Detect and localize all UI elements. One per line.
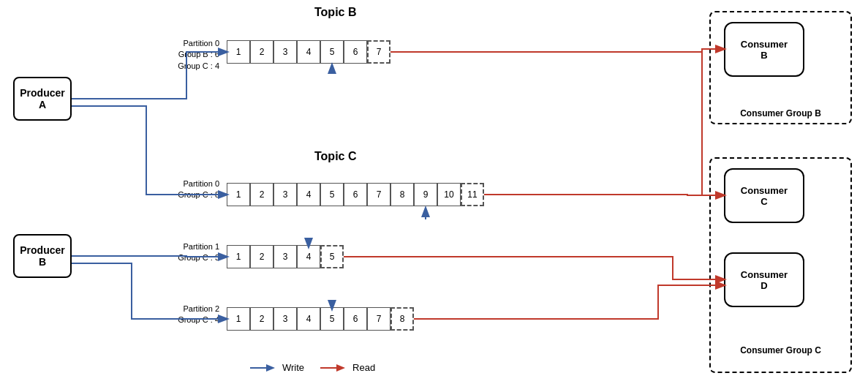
cell-last: 8 [390, 307, 414, 331]
read-arrow-c-p2-to-consumer-d [414, 285, 724, 319]
cell: 4 [297, 245, 320, 268]
cell: 7 [367, 307, 390, 331]
cell: 1 [227, 307, 250, 331]
consumer-c-label: Consumer C [741, 185, 788, 207]
topic-c-p1-label: Partition 1Group C : 3 [146, 241, 219, 264]
cell: 1 [227, 245, 250, 268]
cell: 6 [344, 307, 367, 331]
cell: 4 [297, 307, 320, 331]
cell: 2 [250, 183, 273, 206]
cell: 8 [390, 183, 414, 206]
consumer-group-b-label: Consumer Group B [717, 108, 845, 118]
cell: 2 [250, 245, 273, 268]
cell: 4 [297, 183, 320, 206]
write-legend: Write [249, 362, 304, 373]
cell-last: 5 [320, 245, 344, 268]
cell: 3 [273, 183, 297, 206]
cell: 5 [320, 40, 344, 64]
producer-b-label: Producer B [20, 244, 64, 268]
consumer-group-c-label: Consumer Group C [717, 345, 845, 355]
topic-c-label: Topic C [314, 150, 356, 163]
read-arrow-b-p0-to-consumer-b [390, 49, 724, 52]
cell: 2 [250, 40, 273, 64]
cell: 3 [273, 40, 297, 64]
topic-b-p0-cells: 1 2 3 4 5 6 7 [227, 40, 390, 64]
consumer-b-label: Consumer B [741, 39, 788, 61]
topic-c-p2-cells: 1 2 3 4 5 6 7 8 [227, 307, 414, 331]
cell: 1 [227, 40, 250, 64]
read-arrow-c-p0-to-consumer-c [484, 195, 724, 195]
producer-b: Producer B [13, 234, 72, 278]
consumer-d-label: Consumer D [741, 269, 788, 291]
cell: 3 [273, 307, 297, 331]
read-arrow-c-p1-to-consumer-d [344, 257, 724, 279]
cell: 2 [250, 307, 273, 331]
read-label: Read [352, 362, 375, 373]
topic-c-p1-cells: 1 2 3 4 5 [227, 245, 344, 268]
topic-b-p0-label: Partition 0Group B : 6Group C : 4 [124, 38, 219, 72]
cell-last: 11 [461, 183, 484, 206]
consumer-b: Consumer B [724, 22, 804, 77]
cell: 4 [297, 40, 320, 64]
cell: 5 [320, 307, 344, 331]
producer-a: Producer A [13, 77, 72, 121]
read-legend: Read [319, 362, 375, 373]
topic-c-p0-label: Partition 0Group C : 8 [146, 178, 219, 201]
cell-last: 7 [367, 40, 390, 64]
consumer-c: Consumer C [724, 168, 804, 223]
read-arrow-icon [319, 363, 348, 373]
write-arrow-icon [249, 363, 278, 373]
cell: 10 [437, 183, 461, 206]
cell: 6 [344, 183, 367, 206]
cell: 6 [344, 40, 367, 64]
cell: 3 [273, 245, 297, 268]
producer-a-label: Producer A [20, 87, 64, 110]
topic-c-p0-cells: 1 2 3 4 5 6 7 8 9 10 11 [227, 183, 484, 206]
legend: Write Read [249, 362, 375, 373]
topic-b-label: Topic B [314, 6, 356, 19]
cell: 9 [414, 183, 437, 206]
write-label: Write [282, 362, 304, 373]
cell: 1 [227, 183, 250, 206]
main-diagram: Topic B Topic C Producer A Producer B Pa… [0, 0, 868, 384]
cell: 7 [367, 183, 390, 206]
consumer-d: Consumer D [724, 252, 804, 307]
topic-c-p2-label: Partition 2Group C : 4 [146, 304, 219, 326]
cell: 5 [320, 183, 344, 206]
